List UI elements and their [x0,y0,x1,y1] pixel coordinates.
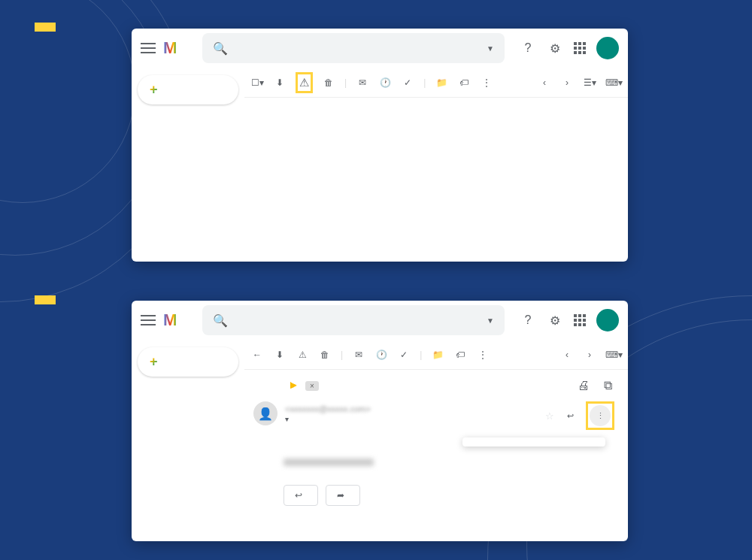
snooze-icon[interactable]: 🕐 [378,77,392,88]
to-line[interactable]: ▾ [285,415,529,423]
forward-button[interactable]: ➦ [326,485,360,506]
settings-icon[interactable]: ⚙ [547,40,563,56]
back-icon[interactable]: ← [250,350,264,360]
search-icon: 🔍 [213,313,228,328]
plus-icon: + [150,354,158,370]
snooze-icon[interactable]: 🕐 [374,350,388,360]
apps-grid-icon[interactable] [574,314,586,326]
sidebar: + [132,68,244,262]
input-tools-icon[interactable]: ⌨▾ [605,350,619,360]
next-page-icon[interactable]: › [583,350,596,360]
delete-icon[interactable]: 🗑 [322,77,335,88]
blurred-text [284,459,374,466]
select-all-checkbox[interactable]: ☐▾ [250,77,264,88]
move-to-icon[interactable]: 📁 [435,77,448,88]
compose-button[interactable]: + [138,75,238,104]
mark-unread-icon[interactable]: ✉ [352,350,365,360]
report-spam-highlight: ⚠ [296,72,313,93]
header: M 🔍 ▼ ? ⚙ [132,301,628,340]
add-to-tasks-icon[interactable]: ✓ [397,350,411,360]
help-icon[interactable]: ? [520,312,536,328]
gmail-logo: M [163,38,180,58]
sender-email-blurred: <xxxxxxx@xxxxx.com> [285,404,371,413]
search-options-caret-icon[interactable]: ▼ [487,44,494,53]
sidebar: + [132,340,244,541]
toolbar: ← ⬇ ⚠ 🗑 | ✉ 🕐 ✓ | 📁 🏷 ⋮ ‹ › ⌨▾ [244,340,628,370]
settings-icon[interactable]: ⚙ [547,312,563,328]
search-bar[interactable]: 🔍 ▼ [202,33,505,63]
avatar[interactable] [596,309,619,331]
meet-heading [132,386,244,396]
search-input[interactable] [237,314,478,326]
toolbar: ☐▾ ⬇ ⚠ 🗑 | ✉ 🕐 ✓ | 📁 🏷 ⋮ ‹ › ☰▾ ⌨▾ [244,68,628,98]
reply-button[interactable]: ↩ [284,485,318,506]
avatar[interactable] [596,37,619,59]
split-pane-icon[interactable]: ☰▾ [583,77,596,88]
print-icon[interactable]: 🖨 [577,379,590,392]
labels-icon[interactable]: 🏷 [453,350,467,360]
reply-icon[interactable]: ↩ [563,411,577,421]
inbox-label-chip[interactable]: × [305,381,319,391]
search-input[interactable] [237,42,478,54]
gmail-logo: M [163,310,180,330]
next-page-icon[interactable]: › [560,77,574,88]
header: M 🔍 ▼ ? ⚙ [132,29,628,68]
important-marker-icon[interactable]: ⯈ [290,381,298,390]
labels-icon[interactable]: 🏷 [457,77,471,88]
sender-avatar: 👤 [253,401,277,425]
compose-button[interactable]: + [138,347,238,377]
add-to-tasks-icon[interactable]: ✓ [401,77,414,88]
search-icon: 🔍 [213,41,228,56]
email-list [244,98,628,262]
star-icon[interactable]: ☆ [545,410,554,422]
move-to-icon[interactable]: 📁 [431,350,444,360]
search-bar[interactable]: 🔍 ▼ [202,305,505,335]
more-options-button[interactable]: ⋮ [590,405,611,426]
more-menu-highlight: ⋮ [586,401,614,430]
method-1-label [35,23,56,32]
report-spam-icon[interactable]: ⚠ [296,350,309,360]
gmail-window-inbox: M 🔍 ▼ ? ⚙ + ☐▾ ⬇ [132,29,628,262]
apps-grid-icon[interactable] [574,42,586,54]
meet-heading [132,114,244,124]
prev-page-icon[interactable]: ‹ [538,77,551,88]
delete-icon[interactable]: 🗑 [318,350,332,360]
menu-icon[interactable] [141,315,156,325]
mark-unread-icon[interactable]: ✉ [356,77,369,88]
more-icon[interactable]: ⋮ [480,77,493,88]
open-new-window-icon[interactable]: ⧉ [601,379,614,392]
input-tools-icon[interactable]: ⌨▾ [605,77,619,88]
method-2-label [35,295,56,304]
plus-icon: + [150,82,158,98]
gmail-m-icon: M [163,310,177,330]
archive-icon[interactable]: ⬇ [273,350,287,360]
gmail-window-message: M 🔍 ▼ ? ⚙ + ← ⬇ ⚠ [132,301,628,541]
context-menu [462,437,605,446]
report-spam-icon[interactable]: ⚠ [299,76,309,89]
archive-icon[interactable]: ⬇ [273,77,287,88]
more-icon[interactable]: ⋮ [476,350,490,360]
menu-icon[interactable] [141,43,156,53]
search-options-caret-icon[interactable]: ▼ [487,316,494,325]
help-icon[interactable]: ? [520,40,536,56]
prev-page-icon[interactable]: ‹ [560,350,574,360]
gmail-m-icon: M [163,38,177,58]
